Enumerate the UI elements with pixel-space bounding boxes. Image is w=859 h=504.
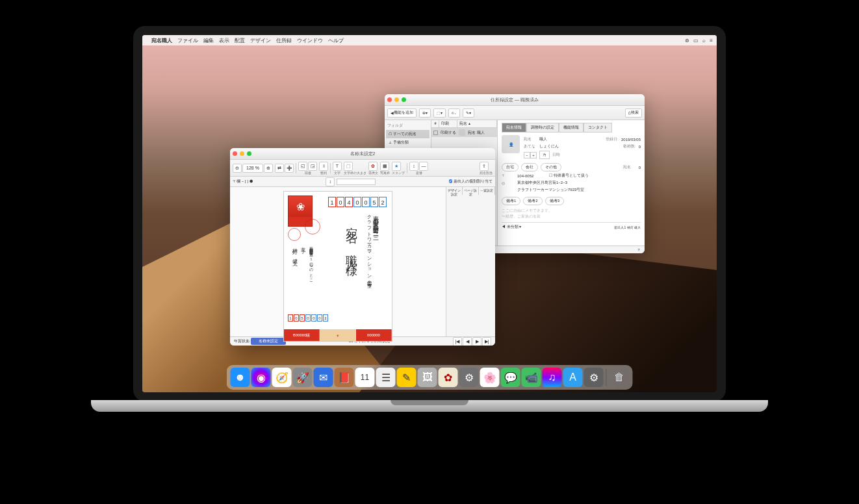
tab-info[interactable]: 宛名情報 xyxy=(502,123,526,132)
tab-design[interactable]: デザイン設定 xyxy=(446,187,463,195)
dock-messages[interactable]: 💬 xyxy=(501,368,520,387)
tab-adjust[interactable]: 調整時の設定 xyxy=(526,123,559,132)
dock-finder[interactable]: ☻ xyxy=(231,368,250,387)
postcard-titlebar[interactable]: 名称未設定2 xyxy=(230,148,495,160)
print-button[interactable]: ⎙ 検索 xyxy=(625,108,642,118)
folder-all[interactable]: ☖ すべての宛名 xyxy=(386,130,430,138)
menu-layout[interactable]: 配置 xyxy=(235,37,245,44)
folder-reserve[interactable]: ⊥ 予備分類 xyxy=(386,138,430,147)
dock-facetime[interactable]: 📹 xyxy=(522,368,541,387)
add-function-button[interactable]: ◀ 機能を追加 xyxy=(387,108,417,118)
battery-icon[interactable]: ▭ xyxy=(693,38,699,44)
minimize-button[interactable] xyxy=(240,151,244,156)
help-icon[interactable]: ？ xyxy=(637,247,641,253)
tb-order-front[interactable]: ◲ xyxy=(308,162,317,171)
tb-line[interactable]: — xyxy=(419,162,428,171)
col-num[interactable]: ＃ xyxy=(431,120,439,127)
addr-tab-other[interactable]: その他 xyxy=(541,163,561,171)
tab-contact[interactable]: コンタクト xyxy=(583,123,612,132)
menu-addressbook[interactable]: 住所録 xyxy=(276,37,292,44)
dock-mail[interactable]: ✉ xyxy=(314,368,333,387)
zip-value[interactable]: 104-0052 xyxy=(517,174,533,178)
toolbar-btn[interactable]: ⊕▾ xyxy=(419,108,431,118)
nav-first[interactable]: |◀ xyxy=(453,337,462,346)
nav-last[interactable]: ▶| xyxy=(482,337,491,346)
memo-tab-1[interactable]: 備考1 xyxy=(502,197,520,205)
tb-flip[interactable]: ⇄ xyxy=(275,164,284,173)
col-name[interactable]: 宛名 ▴ xyxy=(457,120,497,127)
memo-tab-3[interactable]: 備考3 xyxy=(545,197,564,205)
subbar-field[interactable] xyxy=(337,179,376,185)
menu-design[interactable]: デザイン xyxy=(250,37,271,44)
toolbar-btn[interactable]: ⎋▾ xyxy=(448,108,460,118)
row-checkbox[interactable] xyxy=(433,131,438,135)
nav-next[interactable]: ▶ xyxy=(472,337,481,346)
tab-func[interactable]: 機能情報 xyxy=(559,123,583,132)
close-button[interactable] xyxy=(387,97,392,102)
zoom-button[interactable] xyxy=(402,97,406,102)
tb-align[interactable]: ⫴ xyxy=(319,162,328,171)
subbar-swap-icon[interactable]: ↕ xyxy=(326,177,335,186)
tb-greeting[interactable]: ✿ xyxy=(368,162,378,171)
zoom-button[interactable] xyxy=(247,151,251,156)
menu-help[interactable]: ヘルプ xyxy=(328,37,344,44)
recipient-zip: 1 0 4 0 0 5 2 xyxy=(328,197,387,207)
tab-page[interactable]: ページ設定 xyxy=(463,187,479,195)
contact-row[interactable]: 印刷する 宛名 職人 xyxy=(431,128,497,137)
address-line1[interactable]: 東京都中央区月島宮荷1−2−3 xyxy=(517,180,567,186)
addr-tab-home[interactable]: 自宅 xyxy=(502,163,519,171)
tb-text[interactable]: T xyxy=(333,162,342,171)
dock-notes[interactable]: ✎ xyxy=(397,368,417,387)
col-print[interactable]: 印刷 xyxy=(439,120,457,127)
dock-contacts[interactable]: 📕 xyxy=(335,368,354,387)
control-icon[interactable]: ≡ xyxy=(710,38,713,44)
dock-photos[interactable]: 🌸 xyxy=(480,368,500,387)
tb-order-back[interactable]: ◱ xyxy=(298,162,307,171)
tb-swap[interactable]: ↕ xyxy=(409,162,418,171)
stepper[interactable]: −＋ xyxy=(524,152,537,158)
dock-preview[interactable]: 🖼 xyxy=(418,368,437,387)
menu-view[interactable]: 表示 xyxy=(219,37,229,44)
avatar-large[interactable]: 👤 xyxy=(502,135,520,153)
dock-prefs[interactable]: ⚙ xyxy=(584,368,604,387)
nav-prev[interactable]: ◀ xyxy=(463,337,472,346)
menu-window[interactable]: ウインドウ xyxy=(297,37,323,44)
memo-tab-2[interactable]: 備考2 xyxy=(523,197,542,205)
dock-reminders[interactable]: ☰ xyxy=(376,368,396,387)
menu-file[interactable]: ファイル xyxy=(177,37,198,44)
tb-photo[interactable]: ▦ xyxy=(380,162,389,171)
tb-assign[interactable]: ⇧ xyxy=(480,162,489,171)
zoom-out-button[interactable]: ⊖ xyxy=(233,164,242,173)
app-name[interactable]: 宛名職人 xyxy=(151,37,172,44)
zoom-value[interactable]: 128 % xyxy=(242,164,263,173)
addressbook-titlebar[interactable]: 住所録設定 — 職務済み xyxy=(385,94,645,106)
tb-stamp[interactable]: ★ xyxy=(392,162,401,171)
minimize-button[interactable] xyxy=(394,97,399,102)
zoom-in-button[interactable]: ⊕ xyxy=(264,164,273,173)
dock-launchpad[interactable]: 🚀 xyxy=(293,368,313,387)
wifi-icon[interactable]: ⊚ xyxy=(685,38,689,44)
close-button[interactable] xyxy=(233,151,237,156)
dock-trash[interactable]: 🗑 xyxy=(609,368,629,387)
dock-calendar[interactable]: 11 xyxy=(355,368,375,387)
addr-tab-work[interactable]: 会社 xyxy=(521,163,538,171)
dock-safari[interactable]: 🧭 xyxy=(272,368,292,387)
address-line2[interactable]: クラフトワーカーマンション7923号室 xyxy=(517,187,584,193)
menu-edit[interactable]: 編集 xyxy=(203,37,214,44)
dock-app1[interactable]: ✿ xyxy=(439,368,458,387)
postcard-preview[interactable]: ❀ 1 0 4 0 0 5 2 東京都中央区月島宰 xyxy=(283,191,392,342)
toolbar-btn[interactable]: ✎▾ xyxy=(463,108,474,118)
dock-system[interactable]: ⚙ xyxy=(459,368,479,387)
dock-siri[interactable]: ◉ xyxy=(251,368,271,387)
dock-itunes[interactable]: ♫ xyxy=(543,368,562,387)
tb-textframe[interactable]: ⬚ xyxy=(344,162,353,171)
tab-list[interactable]: 一覧設定 xyxy=(479,187,495,195)
dock-appstore[interactable]: A xyxy=(563,368,583,387)
katakana-button[interactable]: カ xyxy=(539,151,550,159)
tb-add[interactable]: ➕ xyxy=(285,164,294,173)
spotlight-icon[interactable]: ⌕ xyxy=(702,38,706,44)
status-select[interactable]: 名称未設定 xyxy=(251,338,286,345)
canvas[interactable]: ❀ 1 0 4 0 0 5 2 東京都中央区月島宰 xyxy=(230,187,446,336)
individual-assign-checkbox[interactable]: ✓ xyxy=(449,179,452,183)
toolbar-btn[interactable]: ⬚▾ xyxy=(433,108,446,118)
